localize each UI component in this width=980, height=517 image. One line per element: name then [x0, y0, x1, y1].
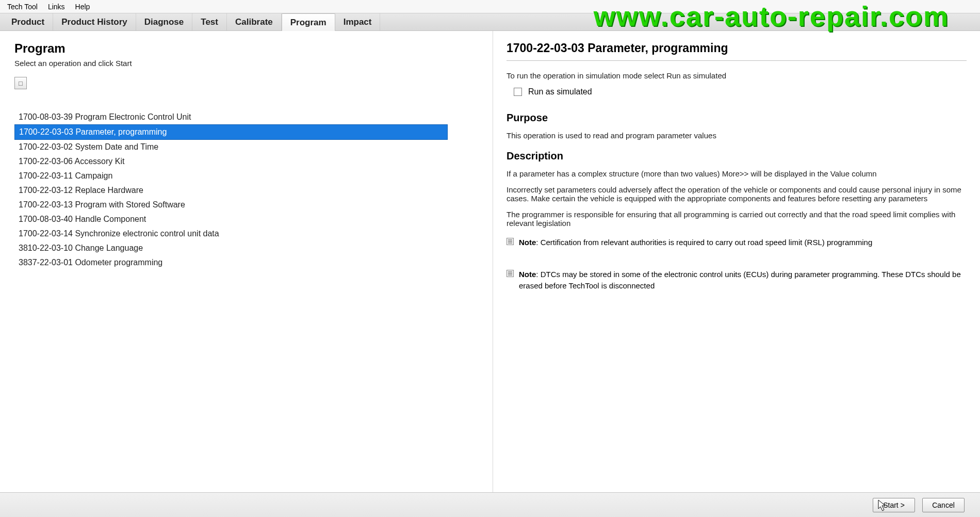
operation-item[interactable]: 1700-22-03-13 Program with Stored Softwa…: [14, 198, 448, 212]
footer-bar: Start > Cancel: [0, 492, 980, 517]
tab-impact[interactable]: Impact: [335, 13, 381, 30]
note-label: Note: [519, 238, 536, 247]
note-text-1: : Certification from relevant authoritie…: [536, 238, 872, 247]
main-tab-bar: ProductProduct HistoryDiagnoseTestCalibr…: [0, 13, 980, 31]
operation-item[interactable]: 1700-22-03-11 Campaign: [14, 169, 448, 183]
menu-item-links[interactable]: Links: [43, 1, 70, 12]
note-row-1: Note: Certification from relevant author…: [507, 237, 967, 248]
simulation-instruction: To run the operation in simulation mode …: [507, 71, 967, 80]
menu-bar: Tech ToolLinksHelp: [0, 0, 980, 13]
tab-diagnose[interactable]: Diagnose: [136, 13, 193, 30]
description-heading: Description: [507, 150, 967, 162]
note-icon: [507, 238, 514, 245]
details-pane: 1700-22-03-03 Parameter, programming To …: [493, 31, 980, 492]
operation-item[interactable]: 1700-22-03-06 Accessory Kit: [14, 154, 448, 169]
menu-item-tech-tool[interactable]: Tech Tool: [2, 1, 43, 12]
purpose-text: This operation is used to read and progr…: [507, 131, 967, 140]
note-text-2: : DTCs may be stored in some of the elec…: [519, 270, 961, 290]
run-as-simulated-row[interactable]: Run as simulated: [514, 87, 967, 96]
operation-item[interactable]: 1700-08-03-39 Program Electronic Control…: [14, 110, 448, 124]
tab-product[interactable]: Product: [3, 13, 53, 30]
operation-item[interactable]: 3810-22-03-10 Change Language: [14, 241, 448, 255]
operations-pane: Program Select an operation and click St…: [0, 31, 493, 492]
purpose-heading: Purpose: [507, 112, 967, 124]
tab-product-history[interactable]: Product History: [53, 13, 136, 30]
operation-title: 1700-22-03-03 Parameter, programming: [507, 41, 967, 61]
operation-item[interactable]: 3837-22-03-01 Odometer programming: [14, 255, 448, 270]
tab-calibrate[interactable]: Calibrate: [227, 13, 282, 30]
workspace: Program Select an operation and click St…: [0, 31, 980, 492]
page-title: Program: [14, 41, 486, 56]
tab-program[interactable]: Program: [282, 13, 335, 31]
operation-item[interactable]: 1700-22-03-12 Replace Hardware: [14, 183, 448, 198]
description-p3: The programmer is responsible for ensuri…: [507, 210, 967, 228]
page-subtitle: Select an operation and click Start: [14, 59, 486, 68]
description-p1: If a parameter has a complex structure (…: [507, 169, 967, 178]
operation-item[interactable]: 1700-22-03-14 Synchronize electronic con…: [14, 227, 448, 241]
tab-test[interactable]: Test: [192, 13, 227, 30]
operation-item[interactable]: 1700-22-03-02 System Date and Time: [14, 140, 448, 154]
collapse-all-button[interactable]: □: [14, 77, 27, 89]
note-label: Note: [519, 270, 536, 279]
run-as-simulated-label: Run as simulated: [528, 87, 592, 96]
menu-item-help[interactable]: Help: [70, 1, 95, 12]
operation-item[interactable]: 1700-08-03-40 Handle Component: [14, 212, 448, 227]
note-icon: [507, 270, 514, 277]
operation-item[interactable]: 1700-22-03-03 Parameter, programming: [14, 124, 448, 140]
operation-list: 1700-08-03-39 Program Electronic Control…: [14, 110, 486, 270]
description-p2: Incorrectly set parameters could adverse…: [507, 185, 967, 203]
cancel-button[interactable]: Cancel: [922, 498, 965, 512]
note-row-2: Note: DTCs may be stored in some of the …: [507, 269, 967, 292]
start-button[interactable]: Start >: [873, 498, 915, 512]
run-as-simulated-checkbox[interactable]: [514, 88, 522, 96]
